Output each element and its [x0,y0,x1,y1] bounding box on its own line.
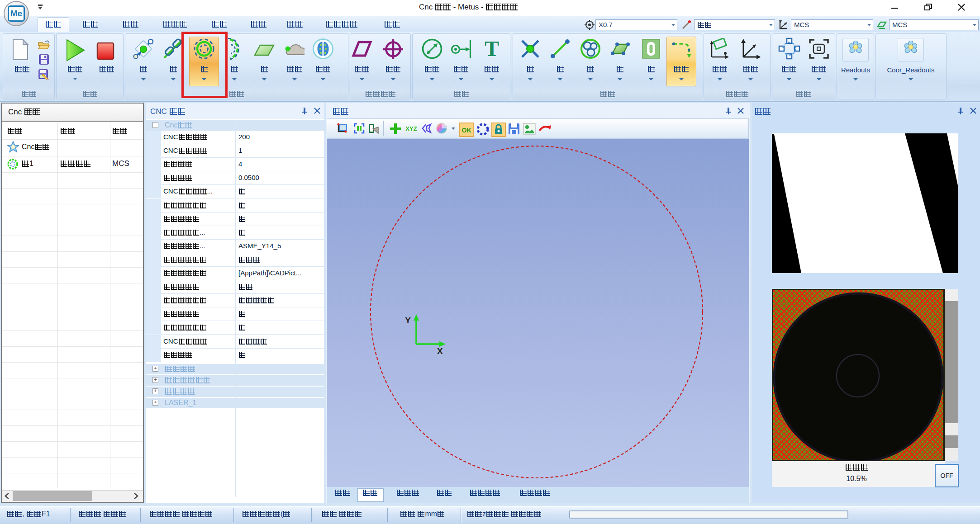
svg-text:X: X [437,346,443,356]
svg-text:OK: OK [462,127,471,134]
svg-text:Y: Y [405,316,411,325]
svg-text:XYZ: XYZ [405,125,417,132]
svg-text:T: T [485,38,499,60]
